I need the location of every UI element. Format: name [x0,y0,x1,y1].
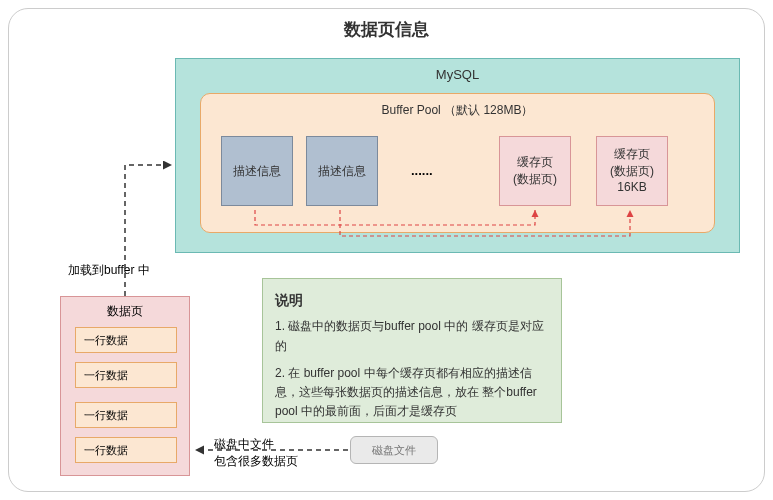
mysql-container: MySQL Buffer Pool （默认 128MB） 描述信息 描述信息 ·… [175,58,740,253]
cache-page-block-1: 缓存页 (数据页) [499,136,571,206]
ellipsis: ······ [411,166,433,181]
desc-info-block-2: 描述信息 [306,136,378,206]
diagram-title: 数据页信息 [0,18,773,41]
data-row: 一行数据 [75,362,177,388]
explanation-title: 说明 [275,289,549,311]
data-page-container: 数据页 一行数据 一行数据 一行数据 一行数据 [60,296,190,476]
data-row: 一行数据 [75,437,177,463]
explanation-line-1: 1. 磁盘中的数据页与buffer pool 中的 缓存页是对应的 [275,317,549,355]
explanation-box: 说明 1. 磁盘中的数据页与buffer pool 中的 缓存页是对应的 2. … [262,278,562,423]
cache-page-block-2: 缓存页 (数据页) 16KB [596,136,668,206]
buffer-pool-container: Buffer Pool （默认 128MB） 描述信息 描述信息 ······ … [200,93,715,233]
data-page-label: 数据页 [61,303,189,320]
mysql-label: MySQL [176,67,739,82]
load-to-buffer-label: 加载到buffer 中 [68,262,150,279]
buffer-pool-label: Buffer Pool （默认 128MB） [201,102,714,119]
explanation-line-2: 2. 在 buffer pool 中每个缓存页都有相应的描述信息，这些每张数据页… [275,364,549,422]
disk-file-block: 磁盘文件 [350,436,438,464]
data-row: 一行数据 [75,402,177,428]
desc-info-block-1: 描述信息 [221,136,293,206]
data-row: 一行数据 [75,327,177,353]
disk-file-label: 磁盘中文件 包含很多数据页 [214,436,298,470]
